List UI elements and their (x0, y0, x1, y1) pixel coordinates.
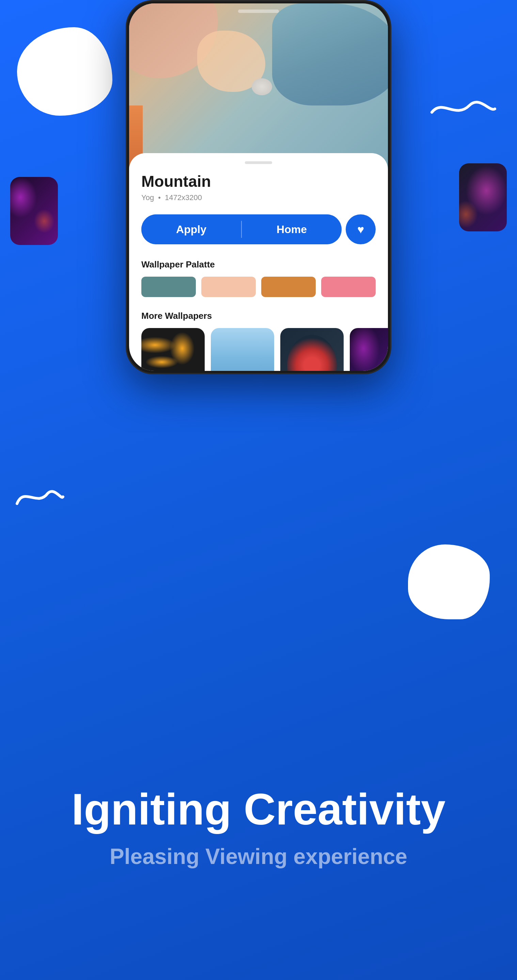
hero-subheading: Pleasing Viewing experience (110, 844, 407, 869)
palette-swatch-1[interactable] (141, 277, 196, 297)
hero-section: Igniting Creativity Pleasing Viewing exp… (0, 606, 517, 980)
thumbnail-3[interactable] (280, 328, 344, 371)
wallpaper-author: Yog (141, 193, 154, 202)
action-row: Apply Home ♥ (141, 215, 376, 244)
thumbnails-row (141, 328, 376, 371)
sheet-drag-handle[interactable] (245, 161, 272, 164)
heart-icon: ♥ (357, 223, 364, 236)
phone-handle-pill (238, 10, 279, 13)
apply-home-combined-button: Apply Home (141, 215, 341, 244)
bottom-sheet: Mountain Yog • 1472x3200 Apply Home ♥ (129, 153, 388, 371)
palette-swatch-3[interactable] (261, 277, 316, 297)
palette-section-label: Wallpaper Palatte (141, 259, 376, 270)
more-wallpapers-label: More Wallpapers (141, 311, 376, 321)
wallpaper-palette (141, 277, 376, 297)
squiggle-mid-left (14, 483, 65, 511)
thumbnail-4[interactable] (350, 328, 388, 371)
apply-button[interactable]: Apply (141, 215, 241, 244)
palette-swatch-2[interactable] (201, 277, 256, 297)
wallpaper-meta: Yog • 1472x3200 (141, 193, 376, 202)
phone-frame: Mountain Yog • 1472x3200 Apply Home ♥ (126, 0, 391, 374)
peek-wallpaper-right (459, 163, 507, 231)
hero-heading: Igniting Creativity (72, 785, 445, 834)
wallpaper-blue-area (272, 3, 388, 105)
home-button[interactable]: Home (242, 215, 341, 244)
wallpaper-stone (252, 78, 272, 95)
favorite-button[interactable]: ♥ (346, 215, 376, 244)
meta-dot: • (158, 193, 161, 202)
phone-screen: Mountain Yog • 1472x3200 Apply Home ♥ (129, 3, 388, 371)
wallpaper-title: Mountain (141, 172, 376, 191)
thumbnail-1[interactable] (141, 328, 205, 371)
squiggle-top-right (428, 95, 496, 123)
thumbnail-2[interactable] (211, 328, 274, 371)
palette-swatch-4[interactable] (321, 277, 376, 297)
phone-wrapper: Mountain Yog • 1472x3200 Apply Home ♥ (119, 0, 398, 381)
peek-wallpaper-left (10, 177, 58, 245)
wallpaper-resolution: 1472x3200 (165, 193, 202, 202)
